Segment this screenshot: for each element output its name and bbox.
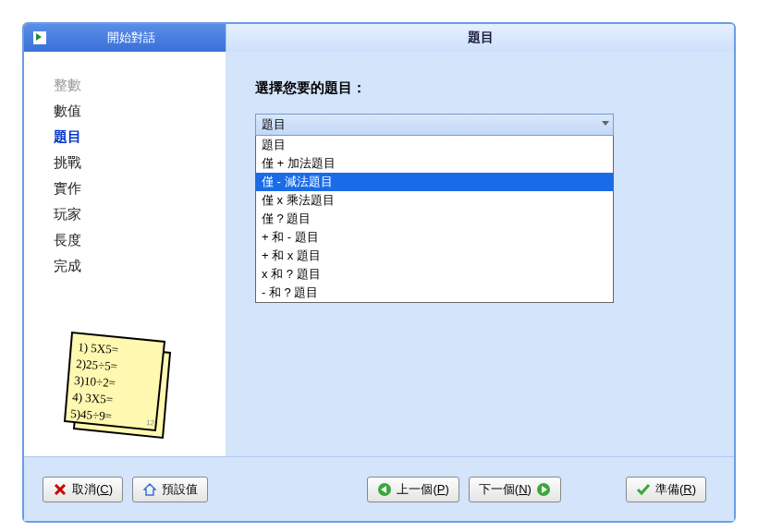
sidebar-item: 整數 — [54, 72, 226, 98]
dialog-header: 開始對話 題目 — [24, 24, 734, 52]
next-button[interactable]: 下一個(N) — [469, 477, 561, 502]
home-icon — [142, 482, 157, 497]
check-icon — [636, 482, 651, 497]
svg-marker-5 — [144, 484, 155, 495]
svg-text:12: 12 — [146, 418, 155, 428]
sidebar: 整數數值題目挑戰實作玩家長度完成 1) 5X5= 2)25÷5= 3)10÷2=… — [24, 52, 226, 456]
sidebar-item[interactable]: 題目 — [54, 124, 226, 150]
dropdown-item[interactable]: 題目 — [256, 136, 613, 154]
prev-label: 上一個(P) — [397, 481, 448, 498]
chevron-down-icon — [602, 121, 609, 126]
sidebar-item[interactable]: 實作 — [54, 175, 226, 201]
notepad-line: 5)45÷9= — [70, 406, 113, 423]
cancel-label: 取消(C) — [72, 481, 113, 498]
header-left: 開始對話 — [24, 24, 226, 52]
dropdown-item[interactable]: 僅 + 加法題目 — [256, 154, 613, 173]
dropdown-item[interactable]: 僅 x 乘法題目 — [256, 191, 613, 210]
sidebar-item[interactable]: 玩家 — [54, 201, 226, 227]
next-label: 下一個(N) — [479, 481, 532, 498]
ready-button[interactable]: 準備(R) — [626, 477, 706, 502]
defaults-label: 預設值 — [162, 481, 198, 498]
prev-button[interactable]: 上一個(P) — [367, 477, 458, 502]
sidebar-item[interactable]: 挑戰 — [54, 150, 226, 175]
cancel-icon — [53, 482, 67, 497]
notepad-illustration: 1) 5X5= 2)25÷5= 3)10÷2= 4) 3X5= 5)45÷9= … — [48, 312, 196, 451]
dropdown-item[interactable]: 僅 - 減法題目 — [256, 173, 613, 191]
notepad-line: 3)10÷2= — [74, 373, 116, 390]
prompt-label: 選擇您要的題目： — [255, 79, 697, 97]
arrow-right-icon — [536, 482, 551, 497]
dropdown-item[interactable]: 僅 ? 題目 — [256, 210, 613, 228]
header-title: 題目 — [226, 24, 734, 52]
sidebar-item[interactable]: 長度 — [54, 227, 226, 253]
dropdown-item[interactable]: + 和 - 題目 — [256, 228, 613, 247]
arrow-left-icon — [377, 482, 392, 497]
ready-label: 準備(R) — [655, 481, 696, 498]
main-panel: 選擇您要的題目： 題目 題目僅 + 加法題目僅 - 減法題目僅 x 乘法題目僅 … — [226, 52, 734, 456]
notepad-line: 4) 3X5= — [72, 390, 114, 406]
dropdown-item[interactable]: + 和 x 題目 — [256, 247, 613, 265]
dialog-footer: 取消(C) 預設值 上一個(P) 下一個(N) 準備(R) — [24, 456, 734, 521]
dialog-body: 整數數值題目挑戰實作玩家長度完成 1) 5X5= 2)25÷5= 3)10÷2=… — [24, 52, 734, 456]
cancel-button[interactable]: 取消(C) — [43, 477, 123, 502]
topic-select-value: 題目 — [262, 116, 286, 133]
notepad-line: 2)25÷5= — [76, 357, 118, 373]
notepad-line: 1) 5X5= — [78, 340, 119, 357]
dropdown-item[interactable]: x 和 ? 題目 — [256, 265, 613, 284]
sidebar-item[interactable]: 數值 — [54, 98, 226, 124]
start-dialog-icon — [33, 31, 46, 44]
topic-select[interactable]: 題目 — [255, 114, 614, 136]
topic-dropdown: 題目僅 + 加法題目僅 - 減法題目僅 x 乘法題目僅 ? 題目+ 和 - 題目… — [255, 136, 614, 303]
sidebar-item[interactable]: 完成 — [54, 253, 226, 279]
dropdown-item[interactable]: - 和 ? 題目 — [256, 284, 613, 302]
defaults-button[interactable]: 預設值 — [132, 477, 208, 502]
dialog-window: 開始對話 題目 整數數值題目挑戰實作玩家長度完成 1) 5X5= 2)25÷5=… — [22, 22, 736, 523]
header-left-label: 開始對話 — [55, 30, 226, 46]
